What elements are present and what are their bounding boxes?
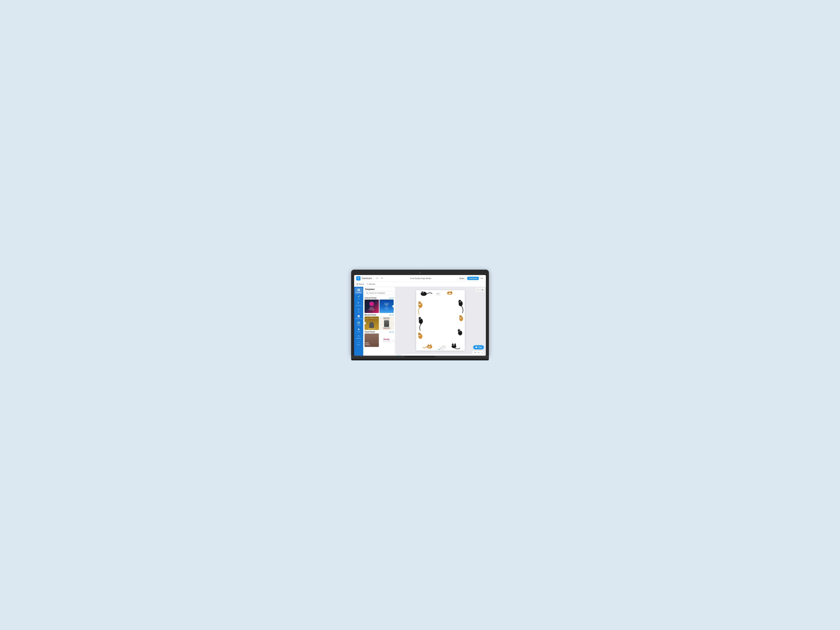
wanted-photo-fill xyxy=(384,320,389,327)
topbar-actions: Share Download ••• xyxy=(458,276,484,280)
concert-see-all[interactable]: See all xyxy=(389,297,394,299)
chat-label: Chat xyxy=(478,346,482,348)
travel-reality: Reality xyxy=(384,338,390,340)
svg-point-70 xyxy=(444,345,446,347)
canvas-copy-button[interactable] xyxy=(480,288,485,292)
svg-point-46 xyxy=(460,302,461,302)
svg-point-81 xyxy=(454,345,455,346)
download-button[interactable]: Download xyxy=(467,277,479,280)
travel-thumb-2[interactable]: Reality DISCOVER THE WORLD ADVENTURE AWA… xyxy=(379,333,394,347)
panel-content: Concert Poster See all PRESENTS PAUL xyxy=(363,296,395,356)
svg-point-69 xyxy=(442,345,444,347)
doc-title: Free Doodle Page Border xyxy=(410,277,431,279)
sidebar-item-fill[interactable]: Fill xyxy=(355,294,363,300)
resize-tool[interactable]: Resize xyxy=(356,283,364,285)
app: T Dashboard ↺ ↻ Free Doodle Page Border … xyxy=(354,275,486,356)
sidebar-item-text[interactable]: Text xyxy=(355,308,363,314)
zoom-fit-label[interactable]: Fit xyxy=(474,352,477,353)
canvas-expand-button[interactable] xyxy=(476,288,480,292)
panel-title: Templates xyxy=(363,287,395,291)
svg-marker-64 xyxy=(430,343,431,344)
zoom-up-button[interactable]: ∧ xyxy=(477,351,480,354)
svg-point-5 xyxy=(358,302,359,303)
sidebar-item-background[interactable]: Background xyxy=(355,314,363,320)
concert-thumb-1[interactable]: PRESENTS PAUL GRAHAM JAN 15 • 8PM xyxy=(365,300,379,313)
svg-point-73 xyxy=(443,346,443,347)
svg-point-24 xyxy=(423,292,424,293)
search-input[interactable] xyxy=(369,292,392,294)
sidebar-item-fill-label: Fill xyxy=(358,298,360,300)
sidebar-item-more-label: More xyxy=(357,344,360,346)
resize-label: Resize xyxy=(359,283,364,285)
dashboard-link[interactable]: Dashboard xyxy=(362,277,372,279)
wanted-section-header: Wanted Poster See all xyxy=(365,314,394,316)
svg-point-99 xyxy=(419,334,420,335)
zoom-bar: Fit ∧ 1 xyxy=(472,351,484,354)
svg-marker-78 xyxy=(452,343,453,344)
concert-thumb-2[interactable]: LIVE SHOW DJ PAUL LIVE! xyxy=(379,300,394,313)
topbar: T Dashboard ↺ ↻ Free Doodle Page Border … xyxy=(354,275,486,282)
wanted-subtitle-2: DEAD OR ALIVE xyxy=(384,319,389,320)
sidebar-item-templates[interactable]: Templates xyxy=(355,288,363,294)
sidebar-icons: Templates Fill Graphics xyxy=(354,287,363,356)
travel-carousel-next[interactable]: › xyxy=(392,339,395,341)
wanted-carousel-next[interactable]: › xyxy=(392,322,395,324)
wanted-photo xyxy=(384,320,389,327)
animate-tool[interactable]: Animate xyxy=(366,283,375,285)
svg-rect-15 xyxy=(482,289,483,291)
top-border-cats xyxy=(421,291,452,296)
canvas-area: + xyxy=(395,287,486,356)
wanted-thumb-2[interactable]: WANTED DEAD OR ALIVE JOHNSON WILLIS REWA… xyxy=(379,316,394,330)
wanted-ornament: ✦ ✦ ✦ xyxy=(365,317,378,319)
svg-rect-2 xyxy=(359,289,360,290)
scroll-indicator xyxy=(438,347,443,350)
more-button[interactable]: ••• xyxy=(480,276,484,280)
sidebar-item-graphics[interactable]: Graphics xyxy=(355,301,363,307)
svg-rect-6 xyxy=(358,315,360,317)
sidebar-item-background-label: Background xyxy=(355,318,362,319)
svg-point-31 xyxy=(448,292,449,293)
search-box[interactable]: 🔍 xyxy=(365,291,394,295)
chat-button[interactable]: Chat xyxy=(473,345,484,349)
concert-name-2: GRAHAM xyxy=(369,309,374,310)
right-border-cats xyxy=(458,299,463,335)
scroll-dot-active xyxy=(438,349,441,350)
svg-rect-4 xyxy=(359,290,360,291)
wanted-carousel-prev[interactable]: ‹ xyxy=(363,322,366,324)
laptop-bottom xyxy=(351,359,489,360)
svg-point-76 xyxy=(452,344,453,346)
sidebar-item-uploads[interactable]: Uploads xyxy=(355,334,363,340)
share-button[interactable]: Share xyxy=(458,277,466,280)
svg-point-55 xyxy=(458,329,460,332)
sidebar-item-templates-label: Templates xyxy=(356,292,362,293)
sidebar-item-tables-label: Tables xyxy=(357,324,360,326)
svg-rect-7 xyxy=(358,322,360,324)
travel-see-all[interactable]: See all xyxy=(389,331,394,333)
wanted-silhouette xyxy=(369,322,374,328)
concert-section-title: Concert Poster xyxy=(365,297,377,299)
sidebar-item-logo[interactable]: Logo xyxy=(355,327,363,333)
search-icon: 🔍 xyxy=(366,292,368,294)
sidebar-item-more[interactable]: More xyxy=(355,340,363,346)
canvas-page[interactable] xyxy=(416,290,465,351)
canvas-inner xyxy=(395,287,486,354)
wanted-see-all[interactable]: See all xyxy=(389,314,394,316)
wanted-doa-1: DEAD OR ALIVE xyxy=(368,321,375,322)
redo-button[interactable]: ↻ xyxy=(381,276,384,280)
svg-rect-3 xyxy=(358,290,359,291)
svg-point-40 xyxy=(437,294,439,295)
svg-marker-63 xyxy=(428,343,429,344)
concert-dj-circle xyxy=(385,306,388,310)
logo-button[interactable]: T xyxy=(356,276,360,281)
canvas-toolbar xyxy=(476,288,485,292)
wanted-thumb-1[interactable]: ✦ ✦ ✦ WANTED DEAD OR ALIVE REWARD: $3,00… xyxy=(365,316,379,330)
svg-point-30 xyxy=(451,292,451,293)
svg-point-32 xyxy=(448,293,451,294)
undo-button[interactable]: ↺ xyxy=(375,276,379,280)
concert-carousel-next[interactable]: › xyxy=(392,305,395,308)
svg-point-87 xyxy=(420,303,420,303)
sidebar-item-tables[interactable]: Tables xyxy=(355,321,363,327)
travel-thumb-1[interactable]: AdolfoHudson TRAVEL POSTER xyxy=(365,333,379,347)
concert-circle-decor xyxy=(369,302,374,306)
svg-point-86 xyxy=(419,303,420,303)
